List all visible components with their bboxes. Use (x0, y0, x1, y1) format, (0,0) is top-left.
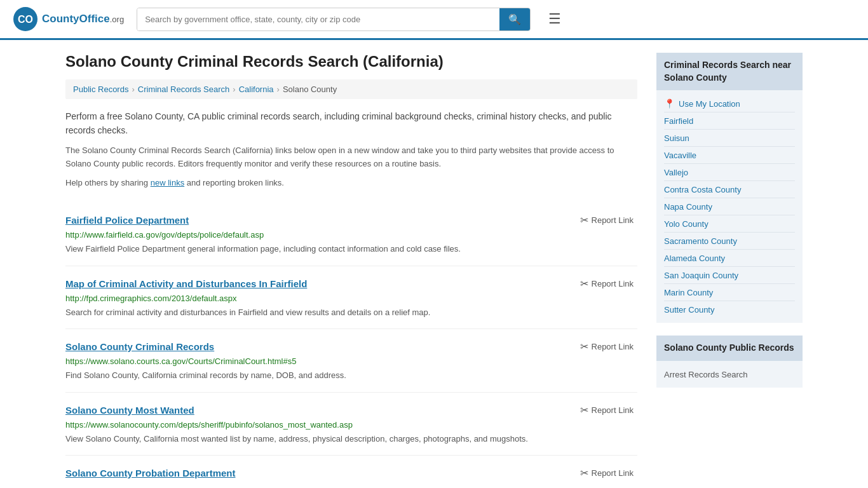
intro-paragraph-1: Perform a free Solano County, CA public … (65, 109, 637, 138)
public-records-section-body: Arrest Records Search (656, 361, 803, 388)
public-records-link-0[interactable]: Arrest Records Search (664, 370, 748, 379)
nearby-section-title: Criminal Records Search near Solano Coun… (656, 53, 803, 90)
nearby-section-body: 📍 Use My Location FairfieldSuisunVacavil… (656, 90, 803, 323)
logo[interactable]: CO CountyOffice.org (13, 6, 124, 32)
logo-suffix: .org (110, 15, 124, 24)
breadcrumb-criminal-records-search[interactable]: Criminal Records Search (138, 85, 230, 94)
nearby-link-item-9: San Joaquin County (664, 267, 795, 284)
main-content: Solano County Criminal Records Search (C… (65, 53, 637, 488)
record-title-2[interactable]: Solano County Criminal Records (65, 341, 214, 352)
report-link-button-4[interactable]: ✂Report Link (576, 466, 637, 480)
report-icon-4: ✂ (580, 467, 588, 479)
record-title-1[interactable]: Map of Criminal Activity and Disturbance… (65, 278, 307, 289)
nearby-link-2[interactable]: Vacaville (664, 151, 696, 160)
record-entry-1: Map of Criminal Activity and Disturbance… (65, 266, 637, 330)
svg-text:CO: CO (18, 14, 33, 25)
nearby-link-item-6: Yolo County (664, 215, 795, 233)
report-link-button-3[interactable]: ✂Report Link (576, 403, 637, 417)
breadcrumb-current: Solano County (283, 85, 337, 94)
nearby-link-5[interactable]: Napa County (664, 202, 712, 212)
nearby-section: Criminal Records Search near Solano Coun… (656, 53, 803, 323)
breadcrumb-sep-3: › (277, 85, 280, 94)
report-label-3: Report Link (592, 405, 634, 415)
nearby-link-item-8: Alameda County (664, 250, 795, 267)
breadcrumb-public-records[interactable]: Public Records (73, 85, 128, 94)
report-link-button-2[interactable]: ✂Report Link (576, 339, 637, 354)
nearby-link-item-11: Sutter County (664, 301, 795, 318)
public-records-section: Solano County Public Records Arrest Reco… (656, 336, 803, 388)
breadcrumb: Public Records › Criminal Records Search… (65, 79, 637, 99)
new-links-link[interactable]: new links (151, 178, 184, 187)
nearby-link-9[interactable]: San Joaquin County (664, 271, 738, 280)
logo-icon: CO (13, 6, 38, 32)
report-icon-2: ✂ (580, 341, 588, 353)
record-url-0[interactable]: http://www.fairfield.ca.gov/gov/depts/po… (65, 230, 637, 240)
record-header-2: Solano County Criminal Records✂Report Li… (65, 339, 637, 354)
records-container: Fairfield Police Department✂Report Linkh… (65, 203, 637, 488)
use-location-item[interactable]: 📍 Use My Location (664, 95, 795, 112)
record-title-3[interactable]: Solano County Most Wanted (65, 405, 194, 416)
public-records-link-item-0: Arrest Records Search (664, 366, 795, 383)
record-url-1[interactable]: http://fpd.crimegraphics.com/2013/defaul… (65, 294, 637, 303)
share-text-before: Help others by sharing (65, 178, 151, 187)
nearby-link-item-5: Napa County (664, 198, 795, 215)
hamburger-menu-button[interactable]: ☰ (543, 8, 566, 30)
breadcrumb-sep-2: › (233, 85, 235, 94)
nearby-link-item-7: Sacramento County (664, 233, 795, 250)
report-link-button-0[interactable]: ✂Report Link (576, 213, 637, 227)
report-label-4: Report Link (592, 468, 634, 478)
logo-name: CountyOffice (42, 13, 110, 25)
record-header-1: Map of Criminal Activity and Disturbance… (65, 276, 637, 291)
report-label-1: Report Link (592, 279, 634, 288)
location-pin-icon: 📍 (664, 98, 675, 109)
record-header-4: Solano County Probation Department✂Repor… (65, 466, 637, 480)
record-desc-3: View Solano County, California most want… (65, 433, 637, 445)
record-desc-2: Find Solano County, California criminal … (65, 369, 637, 382)
search-button[interactable]: 🔍 (499, 8, 530, 30)
share-text-after: and reporting broken links. (184, 178, 284, 187)
intro-paragraph-2: The Solano County Criminal Records Searc… (65, 144, 637, 171)
nearby-link-0[interactable]: Fairfield (664, 116, 693, 126)
header: CO CountyOffice.org 🔍 ☰ (0, 0, 868, 40)
public-records-section-title: Solano County Public Records (656, 336, 803, 361)
nearby-link-item-3: Vallejo (664, 164, 795, 181)
public-records-links-container: Arrest Records Search (664, 366, 795, 383)
record-url-2[interactable]: https://www.solano.courts.ca.gov/Courts/… (65, 356, 637, 366)
record-desc-0: View Fairfield Police Department general… (65, 243, 637, 255)
use-location-link[interactable]: Use My Location (679, 99, 740, 109)
share-paragraph: Help others by sharing new links and rep… (65, 177, 637, 190)
nearby-links-container: FairfieldSuisunVacavilleVallejoContra Co… (664, 112, 795, 318)
report-icon-3: ✂ (580, 404, 588, 416)
nearby-link-item-0: Fairfield (664, 112, 795, 130)
report-label-2: Report Link (592, 342, 634, 351)
nearby-link-11[interactable]: Sutter County (664, 305, 715, 315)
record-header-0: Fairfield Police Department✂Report Link (65, 213, 637, 227)
sidebar: Criminal Records Search near Solano Coun… (656, 53, 803, 488)
record-title-4[interactable]: Solano County Probation Department (65, 468, 236, 478)
search-bar: 🔍 (137, 8, 531, 31)
main-layout: Solano County Criminal Records Search (C… (53, 40, 815, 488)
nearby-link-7[interactable]: Sacramento County (664, 236, 737, 246)
record-desc-1: Search for criminal activity and disturb… (65, 306, 637, 319)
nearby-link-4[interactable]: Contra Costa County (664, 185, 741, 194)
report-label-0: Report Link (592, 215, 634, 225)
nearby-link-10[interactable]: Marin County (664, 288, 713, 297)
nearby-link-3[interactable]: Vallejo (664, 168, 688, 177)
nearby-link-item-4: Contra Costa County (664, 181, 795, 198)
page-title: Solano County Criminal Records Search (C… (65, 53, 637, 71)
record-entry-3: Solano County Most Wanted✂Report Linkhtt… (65, 393, 637, 456)
breadcrumb-california[interactable]: California (239, 85, 274, 94)
record-entry-0: Fairfield Police Department✂Report Linkh… (65, 203, 637, 266)
breadcrumb-sep-1: › (132, 85, 134, 94)
report-link-button-1[interactable]: ✂Report Link (576, 276, 637, 291)
nearby-link-item-1: Suisun (664, 130, 795, 147)
nearby-link-1[interactable]: Suisun (664, 133, 689, 143)
search-input[interactable] (137, 8, 499, 30)
record-title-0[interactable]: Fairfield Police Department (65, 215, 189, 226)
nearby-link-8[interactable]: Alameda County (664, 254, 725, 263)
nearby-link-6[interactable]: Yolo County (664, 219, 709, 229)
record-entry-4: Solano County Probation Department✂Repor… (65, 456, 637, 488)
record-url-3[interactable]: https://www.solanocounty.com/depts/sheri… (65, 420, 637, 430)
report-icon-0: ✂ (580, 214, 588, 226)
record-header-3: Solano County Most Wanted✂Report Link (65, 403, 637, 417)
